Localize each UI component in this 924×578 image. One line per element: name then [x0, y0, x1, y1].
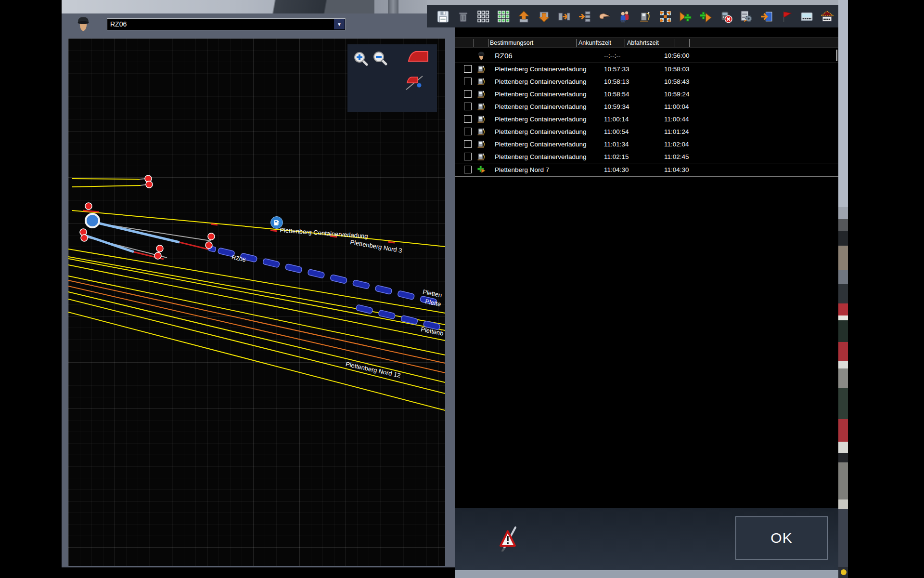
document-gear-icon [740, 10, 753, 23]
route-point-icon[interactable] [403, 71, 425, 92]
arrow-list-icon [578, 10, 591, 23]
row-departure: 11:00:04 [664, 103, 689, 110]
save-button[interactable] [434, 8, 451, 25]
station-roof-icon [821, 10, 834, 23]
map-tool-overlay [347, 44, 437, 112]
warning-pen-icon [499, 526, 518, 552]
add-stop-icon [477, 165, 486, 174]
move-up-button[interactable] [515, 8, 532, 25]
row-checkbox[interactable] [464, 153, 472, 160]
row-arrival: 11:02:15 [604, 153, 629, 160]
track-map-canvas [68, 39, 445, 566]
row-checkbox[interactable] [464, 166, 472, 173]
chevron-down-icon: ▼ [337, 22, 342, 27]
fuel-pump-icon [639, 10, 652, 23]
row-checkbox[interactable] [464, 103, 472, 110]
ok-button[interactable]: OK [735, 516, 828, 560]
fuel-pump-icon [477, 77, 486, 86]
arrow-down-icon [538, 10, 551, 23]
grid-empty-icon [477, 10, 490, 23]
fuel-pump-icon [477, 127, 486, 136]
route-segment-1 [94, 222, 180, 242]
remove-train-button[interactable] [717, 8, 734, 25]
move-down-button[interactable] [535, 8, 552, 25]
scene-bridge-shadow [206, 0, 374, 14]
fuel-pump-icon [477, 65, 486, 73]
send-to-track-button[interactable] [757, 8, 775, 25]
row-arrival: 10:59:34 [604, 103, 629, 110]
flag-button[interactable] [778, 8, 795, 25]
row-destination: RZ06 [495, 52, 513, 60]
row-arrival: 11:00:54 [604, 128, 629, 135]
row-destination: Plettenberg Containerverladung [495, 116, 587, 123]
insert-right-button[interactable] [555, 8, 573, 25]
route-wedge-icon[interactable] [408, 51, 428, 62]
row-destination: Plettenberg Containerverladung [495, 91, 587, 98]
zoom-out-icon[interactable] [372, 51, 388, 66]
timetable-panel: Bestimmungsort Ankunftszeit Abfahrtszeit… [455, 27, 838, 508]
train-select-value: RZ06 [110, 19, 127, 30]
scene-yellow-object [841, 569, 847, 575]
row-departure: 10:58:03 [664, 66, 690, 73]
dropdown-button[interactable]: ▼ [334, 19, 345, 29]
scene-peek-top [62, 0, 374, 14]
table-row[interactable]: Plettenberg Containerverladung 10:58:54 … [455, 88, 838, 100]
refuel-button[interactable] [636, 8, 654, 25]
train-map-panel: RZ06 ▼ [62, 13, 455, 567]
add-after-button[interactable] [677, 8, 694, 25]
column-destination[interactable]: Bestimmungsort [490, 39, 533, 46]
fuel-pump-icon [477, 115, 486, 123]
arrow-up-icon [517, 10, 530, 23]
select-pointer-button[interactable] [596, 8, 613, 25]
timetable-header: Bestimmungsort Ankunftszeit Abfahrtszeit [455, 38, 838, 48]
add-before-button[interactable] [697, 8, 714, 25]
station-button[interactable] [818, 8, 835, 25]
table-row[interactable]: Plettenberg Containerverladung 10:58:13 … [455, 75, 838, 88]
row-destination: Plettenberg Containerverladung [495, 153, 587, 160]
row-departure: 10:56:00 [664, 52, 690, 59]
row-arrival: 10:57:33 [604, 66, 629, 73]
ok-button-label: OK [770, 530, 792, 546]
column-arrival[interactable]: Ankunftszeit [578, 39, 611, 46]
row-checkbox[interactable] [464, 65, 472, 73]
people-icon [618, 10, 631, 23]
fuel-pump-icon [477, 140, 486, 148]
delete-button[interactable] [454, 8, 472, 25]
track-map[interactable]: Plettenberg Containerverladung Plettenbe… [68, 39, 445, 566]
train-rz06[interactable] [208, 245, 437, 305]
row-checkbox[interactable] [464, 140, 472, 148]
train-select-dropdown[interactable]: RZ06 ▼ [107, 18, 346, 30]
append-list-button[interactable] [576, 8, 593, 25]
row-checkbox[interactable] [464, 128, 472, 135]
flag-icon [780, 10, 793, 23]
table-row[interactable]: Plettenberg Containerverladung 10:57:33 … [455, 63, 838, 75]
row-departure: 11:04:30 [664, 166, 689, 173]
grid-filled-icon [497, 10, 510, 23]
table-row[interactable]: Plettenberg Containerverladung 11:00:14 … [455, 113, 838, 125]
table-row-train[interactable]: RZ06 --:--:-- 10:56:00 [455, 48, 838, 63]
row-checkbox[interactable] [464, 90, 472, 98]
save-icon [436, 10, 449, 23]
row-checkbox[interactable] [464, 115, 472, 123]
row-checkbox[interactable] [464, 78, 472, 85]
scene-peek-right [838, 0, 848, 578]
passengers-button[interactable] [616, 8, 633, 25]
table-row-final-destination[interactable]: Plettenberg Nord 7 11:04:30 11:04:30 [455, 163, 838, 176]
row-arrival: 11:04:30 [604, 166, 629, 173]
grid-empty-button[interactable] [475, 8, 492, 25]
zoom-in-icon[interactable] [353, 51, 369, 66]
expand-route-button[interactable] [656, 8, 674, 25]
table-row[interactable]: Plettenberg Containerverladung 11:01:34 … [455, 138, 838, 150]
grid-filled-button[interactable] [495, 8, 512, 25]
cursor-tick [836, 50, 837, 61]
schedule-settings-button[interactable] [737, 8, 755, 25]
arrow-plus-icon [679, 10, 692, 23]
column-departure[interactable]: Abfahrtszeit [627, 39, 659, 46]
departure-board-button[interactable] [798, 8, 815, 25]
table-row[interactable]: Plettenberg Containerverladung 11:00:54 … [455, 125, 838, 138]
table-row[interactable]: Plettenberg Containerverladung 10:59:34 … [455, 100, 838, 113]
train-position-marker[interactable] [86, 214, 99, 227]
driver-head-icon [76, 16, 90, 32]
table-row[interactable]: Plettenberg Containerverladung 11:02:15 … [455, 150, 838, 163]
row-departure: 10:59:24 [664, 91, 690, 98]
